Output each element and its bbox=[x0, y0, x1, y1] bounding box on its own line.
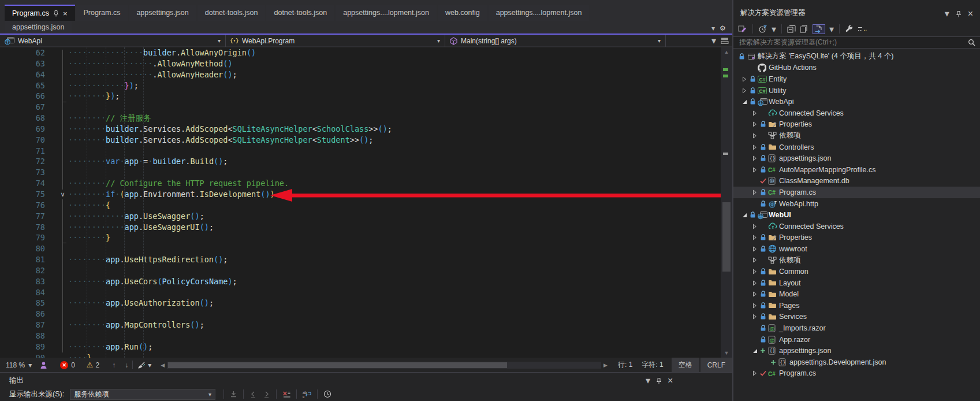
expander-collapsed-icon[interactable] bbox=[752, 370, 760, 376]
document-tab[interactable]: Program.cs bbox=[76, 5, 128, 21]
tree-item-properties[interactable]: Properties bbox=[733, 232, 980, 244]
document-tab[interactable]: dotnet-tools.json bbox=[266, 5, 334, 21]
preview-items-icon[interactable] bbox=[858, 25, 867, 32]
fold-collapse-chevron-icon[interactable]: ∨ bbox=[58, 190, 68, 199]
pin-icon[interactable] bbox=[656, 377, 662, 384]
expander-collapsed-icon[interactable] bbox=[752, 155, 760, 161]
tree-item-common[interactable]: Common bbox=[733, 266, 980, 277]
expander-collapsed-icon[interactable] bbox=[742, 76, 750, 82]
error-icon[interactable]: ✕ bbox=[60, 361, 68, 369]
chevron-down-icon[interactable]: ▾ bbox=[711, 35, 716, 46]
code-line[interactable]: 71 bbox=[0, 146, 721, 157]
pin-icon[interactable] bbox=[53, 10, 59, 17]
code-line[interactable]: 70········builder.Services.AddScoped<SQL… bbox=[0, 135, 721, 146]
type-dropdown[interactable]: WebApi.Program ▾ bbox=[226, 35, 445, 47]
expander-collapsed-icon[interactable] bbox=[752, 303, 760, 309]
expander-expanded-icon[interactable] bbox=[752, 348, 760, 354]
broom-dropdown-icon[interactable]: ▾ bbox=[148, 361, 151, 369]
scroll-up-icon[interactable]: ▲ bbox=[721, 49, 732, 55]
properties-wrench-icon[interactable] bbox=[845, 25, 854, 33]
tree-item-appsettings-json[interactable]: {}appsettings.json bbox=[733, 153, 980, 164]
expander-collapsed-icon[interactable] bbox=[752, 314, 760, 320]
expander-collapsed-icon[interactable] bbox=[752, 133, 760, 139]
expander-expanded-icon[interactable] bbox=[742, 99, 750, 105]
scrollbar-thumb[interactable] bbox=[722, 202, 731, 272]
clock-icon[interactable] bbox=[323, 390, 331, 398]
expander-collapsed-icon[interactable] bbox=[752, 291, 760, 297]
sync-active-document-icon[interactable] bbox=[814, 25, 824, 33]
tree-item-controllers[interactable]: Controllers bbox=[733, 142, 980, 153]
tree-item-utility[interactable]: C#Utility bbox=[733, 85, 980, 96]
tree-item-services[interactable]: Services bbox=[733, 311, 980, 323]
code-line[interactable]: 73 bbox=[0, 167, 721, 178]
split-window-icon[interactable] bbox=[721, 37, 729, 44]
tree-item-automappermappingprofile-cs[interactable]: C#AutoMapperMappingProfile.cs bbox=[733, 164, 980, 176]
code-line[interactable]: 81········app.UseHttpsRedirection(); bbox=[0, 254, 721, 265]
document-tab[interactable]: appsettings....lopment.json bbox=[489, 5, 590, 21]
word-wrap-icon[interactable]: abc bbox=[303, 391, 311, 398]
tree-item-webapi-http[interactable]: TWebApi.http bbox=[733, 198, 980, 210]
tree-item-program-cs[interactable]: C#Program.cs bbox=[733, 187, 980, 198]
close-icon[interactable]: × bbox=[968, 9, 973, 19]
tree-item-github-actions[interactable]: GitHub Actions bbox=[733, 62, 980, 74]
tree-item-pages[interactable]: Pages bbox=[733, 300, 980, 311]
collapse-all-icon[interactable] bbox=[787, 25, 796, 33]
document-tab[interactable]: appsettings.json bbox=[5, 21, 72, 34]
tree-item-wwwroot[interactable]: wwwroot bbox=[733, 243, 980, 255]
scroll-down-icon[interactable]: ▼ bbox=[721, 350, 732, 356]
code-line[interactable]: 66········}); bbox=[0, 91, 721, 102]
chevron-down-icon[interactable]: ▾ bbox=[829, 24, 834, 35]
document-tab[interactable]: appsettings....lopment.json bbox=[336, 5, 437, 21]
expander-collapsed-icon[interactable] bbox=[752, 280, 760, 286]
code-line[interactable]: 84 bbox=[0, 287, 721, 298]
code-line[interactable]: 65············}); bbox=[0, 80, 721, 91]
arrow-up-icon[interactable]: ↑ bbox=[112, 361, 115, 369]
clear-all-icon[interactable] bbox=[282, 391, 290, 398]
close-icon[interactable]: × bbox=[668, 376, 673, 386]
close-icon[interactable]: × bbox=[63, 9, 68, 18]
expander-collapsed-icon[interactable] bbox=[752, 269, 760, 274]
expander-collapsed-icon[interactable] bbox=[742, 88, 750, 94]
expander-collapsed-icon[interactable] bbox=[752, 235, 760, 240]
code-line[interactable]: 80 bbox=[0, 243, 721, 254]
vertical-scrollbar[interactable]: ▲ ▼ bbox=[721, 47, 732, 358]
tree-item-entity[interactable]: C#Entity bbox=[733, 73, 980, 85]
member-dropdown[interactable]: Main(string[] args) ▾ bbox=[445, 35, 666, 47]
project-dropdown[interactable]: WebApi ▾ bbox=[0, 35, 226, 47]
scroll-left-icon[interactable]: ◀ bbox=[161, 362, 165, 368]
pending-changes-filter-icon[interactable] bbox=[758, 25, 767, 33]
pin-icon[interactable] bbox=[956, 10, 962, 17]
expander-collapsed-icon[interactable] bbox=[752, 121, 760, 127]
code-line[interactable]: 64··················.AllowAnyHeader(); bbox=[0, 69, 721, 80]
code-line[interactable]: 72········var·app·=·builder.Build(); bbox=[0, 156, 721, 167]
go-next-icon[interactable] bbox=[263, 391, 270, 398]
tree-item-program-cs[interactable]: C#Program.cs bbox=[733, 368, 980, 380]
expander-collapsed-icon[interactable] bbox=[752, 224, 760, 229]
error-count[interactable]: 0 bbox=[71, 361, 75, 369]
window-position-dropdown-icon[interactable]: ▾ bbox=[945, 8, 949, 19]
horizontal-scrollbar-thumb[interactable] bbox=[168, 362, 506, 368]
spaces-indicator[interactable]: 空格 bbox=[672, 358, 699, 372]
document-tab[interactable]: dotnet-tools.json bbox=[198, 5, 266, 21]
tab-list-dropdown-icon[interactable]: ▾ bbox=[711, 24, 715, 32]
scroll-right-icon[interactable]: ▶ bbox=[603, 362, 608, 368]
broom-icon[interactable] bbox=[137, 361, 146, 369]
warning-icon[interactable]: ⚠ bbox=[87, 361, 94, 369]
search-icon[interactable] bbox=[968, 39, 975, 46]
code-line[interactable]: 77············app.UseSwagger(); bbox=[0, 211, 721, 222]
code-line[interactable]: 78············app.UseSwaggerUI(); bbox=[0, 222, 721, 233]
expander-collapsed-icon[interactable] bbox=[752, 190, 760, 195]
code-line[interactable]: 83········app.UseCors(PolicyCorsName); bbox=[0, 276, 721, 287]
tree-item--easysqlite-4-4-[interactable]: 解决方案 'EasySQLite' (4 个项目，共 4 个) bbox=[733, 51, 980, 62]
tree-item--imports-razor[interactable]: @_Imports.razor bbox=[733, 322, 980, 334]
code-line[interactable]: 62················builder.AllowAnyOrigin… bbox=[0, 47, 721, 58]
jump-to-end-icon[interactable] bbox=[230, 391, 237, 398]
solution-explorer-search[interactable]: 搜索解决方案资源管理器(Ctrl+;) bbox=[733, 36, 980, 49]
tree-item--[interactable]: 依赖项 bbox=[733, 130, 980, 142]
tree-item-layout[interactable]: Layout bbox=[733, 277, 980, 289]
expander-collapsed-icon[interactable] bbox=[752, 167, 760, 173]
window-position-dropdown-icon[interactable]: ▾ bbox=[646, 375, 650, 386]
tree-item-webui[interactable]: WebUI bbox=[733, 209, 980, 221]
zoom-level[interactable]: 118 % bbox=[6, 361, 25, 369]
code-line[interactable]: 87········app.MapControllers(); bbox=[0, 320, 721, 331]
